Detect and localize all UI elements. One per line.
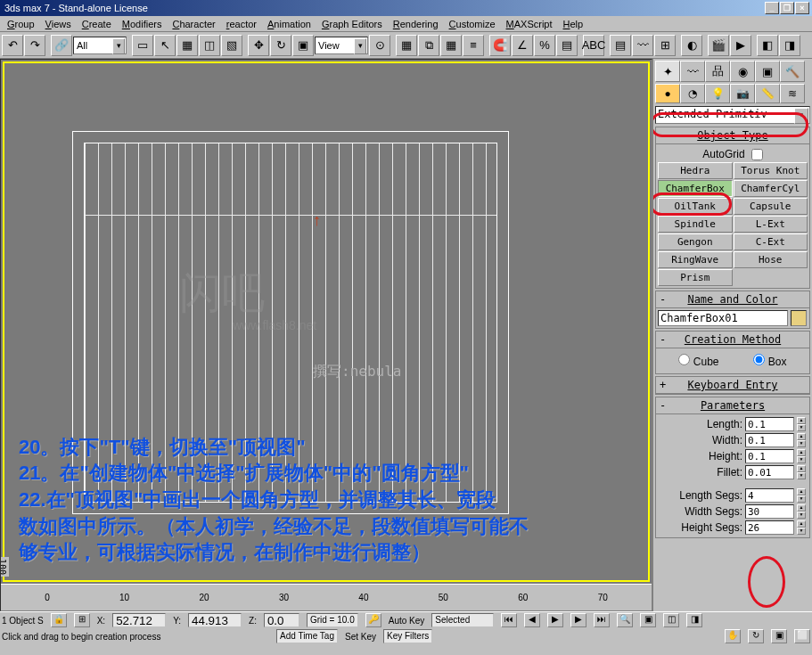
restore-button[interactable]: ❐ <box>780 2 794 14</box>
hose-button[interactable]: Hose <box>734 251 808 268</box>
name-color-header[interactable]: Name and Color <box>656 291 809 308</box>
fov-button[interactable]: ◨ <box>686 613 702 627</box>
chamferbox-button[interactable]: ChamferBox <box>658 180 733 197</box>
length-segs-input[interactable] <box>745 488 794 503</box>
torusknot-button[interactable]: Torus Knot <box>734 162 808 179</box>
select-name-button[interactable]: ▦ <box>176 35 198 56</box>
hedra-button[interactable]: Hedra <box>658 162 733 179</box>
menu-group[interactable]: Group <box>2 18 40 30</box>
z-coord-input[interactable] <box>264 613 299 627</box>
menu-character[interactable]: Character <box>167 18 220 30</box>
key-icon[interactable]: 🔑 <box>365 613 381 627</box>
select-button[interactable]: ▭ <box>132 35 153 56</box>
helpers-subtab[interactable]: 📏 <box>755 84 780 103</box>
fillet-spinner[interactable]: ▲▼ <box>797 465 806 479</box>
menu-maxscript[interactable]: MAXScript <box>501 18 558 30</box>
curve-editor-button[interactable]: 〰 <box>632 35 653 56</box>
key-mode-dropdown[interactable]: Selected <box>431 613 494 627</box>
render-last-button[interactable]: ◧ <box>757 35 778 56</box>
next-frame-button[interactable]: ▶ <box>570 613 586 627</box>
motion-tab[interactable]: ◉ <box>730 61 755 82</box>
select-arrow[interactable]: ↖ <box>154 35 176 56</box>
quick-render-button[interactable]: ▶ <box>730 35 751 56</box>
undo-button[interactable]: ↶ <box>2 35 23 56</box>
array-button[interactable]: ▦ <box>440 35 462 56</box>
create-tab[interactable]: ✦ <box>655 61 680 82</box>
menu-rendering[interactable]: Rendering <box>388 18 444 30</box>
width-segs-spinner[interactable]: ▲▼ <box>797 504 806 519</box>
pan-button[interactable]: ✋ <box>725 629 741 643</box>
menu-reactor[interactable]: reactor <box>221 18 262 30</box>
parameters-header[interactable]: Parameters <box>656 397 809 414</box>
lock-button[interactable]: 🔒 <box>51 613 67 627</box>
menu-help[interactable]: Help <box>558 18 589 30</box>
render-scene-button[interactable]: 🎬 <box>708 35 729 56</box>
prism-button[interactable]: Prism <box>658 269 733 286</box>
lights-subtab[interactable]: 💡 <box>705 84 730 103</box>
spinner-snap-button[interactable]: ▤ <box>556 35 578 56</box>
menu-modifiers[interactable]: Modifiers <box>117 18 168 30</box>
time-ruler[interactable]: 01020 304050 6070 <box>1 584 652 610</box>
ringwave-button[interactable]: RingWave <box>658 251 733 268</box>
zoom-button[interactable]: 🔍 <box>617 613 633 627</box>
render-preset-button[interactable]: ◨ <box>779 35 800 56</box>
length-spinner[interactable]: ▲▼ <box>797 417 806 431</box>
lext-button[interactable]: L-Ext <box>734 216 808 233</box>
width-spinner[interactable]: ▲▼ <box>797 433 806 447</box>
arc-rotate-button[interactable]: ↻ <box>748 629 764 643</box>
close-button[interactable]: × <box>795 2 809 14</box>
color-swatch[interactable] <box>791 310 807 326</box>
percent-snap-button[interactable]: % <box>534 35 555 56</box>
height-spinner[interactable]: ▲▼ <box>797 449 806 463</box>
spindle-button[interactable]: Spindle <box>658 216 733 233</box>
length-input[interactable] <box>745 417 794 431</box>
box-radio[interactable]: Box <box>753 354 786 368</box>
x-coord-input[interactable] <box>112 613 166 627</box>
scale-button[interactable]: ▣ <box>292 35 314 56</box>
shapes-subtab[interactable]: ◔ <box>680 84 705 103</box>
hierarchy-tab[interactable]: 品 <box>705 61 730 82</box>
link-button[interactable]: 🔗 <box>51 35 72 56</box>
minimize-button[interactable]: _ <box>765 2 779 14</box>
goto-end-button[interactable]: ⏭ <box>594 613 610 627</box>
angle-snap-button[interactable]: ∠ <box>512 35 533 56</box>
oiltank-button[interactable]: OilTank <box>658 198 733 215</box>
height-segs-input[interactable] <box>745 520 794 535</box>
time-tag-button[interactable]: Add Time Tag <box>276 629 338 643</box>
menu-create[interactable]: Create <box>77 18 117 30</box>
chamfercyl-button[interactable]: ChamferCyl <box>734 180 808 197</box>
prev-frame-button[interactable]: ◀ <box>524 613 540 627</box>
ref-coord-system[interactable]: View <box>315 37 368 54</box>
y-coord-input[interactable] <box>188 613 242 627</box>
schematic-view-button[interactable]: ⊞ <box>654 35 676 56</box>
cube-radio[interactable]: Cube <box>678 354 718 368</box>
width-segs-input[interactable] <box>745 504 794 519</box>
height-input[interactable] <box>745 449 794 463</box>
object-name-input[interactable] <box>658 310 788 326</box>
zoom-all-button[interactable]: ▣ <box>640 613 656 627</box>
category-dropdown[interactable]: Extended Primitiv <box>655 106 810 124</box>
autokey-button[interactable]: Auto Key <box>389 616 425 626</box>
geometry-subtab[interactable]: ● <box>655 84 680 103</box>
height-segs-spinner[interactable]: ▲▼ <box>797 520 806 535</box>
select-region-button[interactable]: ◫ <box>199 35 220 56</box>
abs-transform-button[interactable]: ⊞ <box>74 613 90 627</box>
fillet-input[interactable] <box>745 465 794 479</box>
selection-filter[interactable]: All <box>73 37 127 54</box>
goto-start-button[interactable]: ⏮ <box>501 613 517 627</box>
cext-button[interactable]: C-Ext <box>734 233 808 250</box>
pivot-button[interactable]: ⊙ <box>369 35 390 56</box>
rotate-button[interactable]: ↻ <box>270 35 291 56</box>
named-selection-button[interactable]: ABC <box>583 35 604 56</box>
play-button[interactable]: ▶ <box>547 613 563 627</box>
mirror-button[interactable]: ⧉ <box>418 35 439 56</box>
gengon-button[interactable]: Gengon <box>658 233 733 250</box>
align-button[interactable]: ≡ <box>463 35 484 56</box>
redo-button[interactable]: ↷ <box>24 35 45 56</box>
window-crossing-button[interactable]: ▧ <box>221 35 242 56</box>
menu-grapheditors[interactable]: Graph Editors <box>316 18 388 30</box>
menu-views[interactable]: Views <box>40 18 77 30</box>
object-type-header[interactable]: Object Type <box>656 127 809 144</box>
width-input[interactable] <box>745 433 794 447</box>
display-tab[interactable]: ▣ <box>755 61 780 82</box>
